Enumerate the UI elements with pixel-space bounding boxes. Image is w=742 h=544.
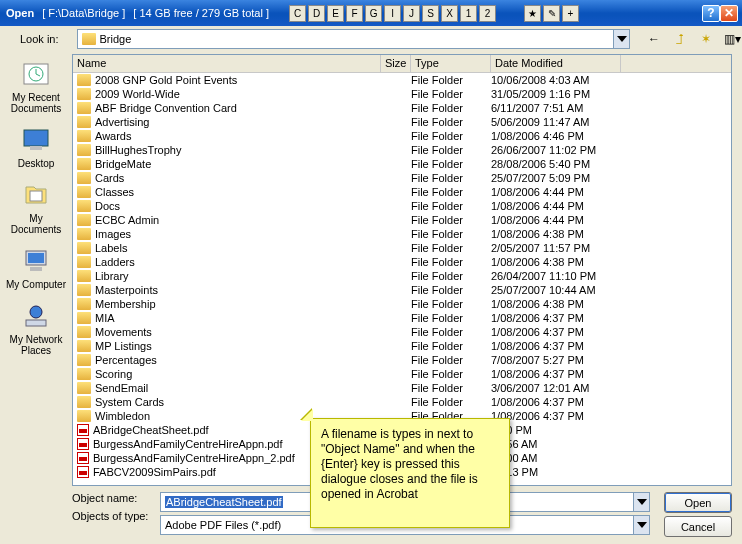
table-row[interactable]: LaddersFile Folder1/08/2006 4:38 PM — [73, 255, 731, 269]
new-folder-icon[interactable]: ✶ — [696, 29, 716, 49]
table-row[interactable]: BridgeMateFile Folder28/08/2006 5:40 PM — [73, 157, 731, 171]
table-row[interactable]: AdvertisingFile Folder5/06/2009 11:47 AM — [73, 115, 731, 129]
file-date: 8:30 PM — [491, 424, 621, 436]
table-row[interactable]: MP ListingsFile Folder1/08/2006 4:37 PM — [73, 339, 731, 353]
list-header: Name Size Type Date Modified — [73, 55, 731, 73]
back-button[interactable]: ← — [644, 29, 664, 49]
table-row[interactable]: ClassesFile Folder1/08/2006 4:44 PM — [73, 185, 731, 199]
table-row[interactable]: MIAFile Folder1/08/2006 4:37 PM — [73, 311, 731, 325]
file-type: File Folder — [411, 158, 491, 170]
col-date[interactable]: Date Modified — [491, 55, 621, 72]
table-row[interactable]: SendEmailFile Folder3/06/2007 12:01 AM — [73, 381, 731, 395]
chevron-down-icon[interactable] — [613, 30, 629, 48]
folder-icon — [77, 74, 91, 86]
help-button[interactable]: ? — [702, 5, 720, 22]
table-row[interactable]: LibraryFile Folder26/04/2007 11:10 PM — [73, 269, 731, 283]
window-controls: ? ✕ — [702, 5, 738, 22]
file-name: Labels — [95, 242, 127, 254]
drive-button-x[interactable]: X — [441, 5, 458, 22]
table-row[interactable]: PercentagesFile Folder7/08/2007 5:27 PM — [73, 353, 731, 367]
table-row[interactable]: DocsFile Folder1/08/2006 4:44 PM — [73, 199, 731, 213]
table-row[interactable]: ScoringFile Folder1/08/2006 4:37 PM — [73, 367, 731, 381]
table-row[interactable]: MasterpointsFile Folder25/07/2007 10:44 … — [73, 283, 731, 297]
objects-type-label: Objects of type: — [72, 510, 152, 522]
place-desktop[interactable]: Desktop — [6, 124, 66, 169]
folder-icon — [77, 270, 91, 282]
file-type: File Folder — [411, 284, 491, 296]
drive-button-c[interactable]: C — [289, 5, 306, 22]
file-name: ECBC Admin — [95, 214, 159, 226]
place-recent[interactable]: My Recent Documents — [6, 58, 66, 114]
file-type: File Folder — [411, 228, 491, 240]
lookin-dropdown[interactable]: Bridge — [77, 29, 630, 49]
svg-rect-6 — [28, 253, 44, 263]
table-row[interactable]: LabelsFile Folder2/05/2007 11:57 PM — [73, 241, 731, 255]
drive-button-1[interactable]: 1 — [460, 5, 477, 22]
file-name: ABF Bridge Convention Card — [95, 102, 237, 114]
table-row[interactable]: System CardsFile Folder1/08/2006 4:37 PM — [73, 395, 731, 409]
folder-icon — [77, 102, 91, 114]
file-name: FABCV2009SimPairs.pdf — [93, 466, 216, 478]
col-size[interactable]: Size — [381, 55, 411, 72]
title-path: [ F:\Data\Bridge ] — [42, 7, 125, 19]
toolbar-extra-button-2[interactable]: + — [562, 5, 579, 22]
desktop-icon — [20, 124, 52, 156]
file-name: Wimbledon — [95, 410, 150, 422]
pdf-icon — [77, 452, 89, 464]
drive-button-f[interactable]: F — [346, 5, 363, 22]
chevron-down-icon[interactable] — [633, 493, 649, 511]
table-row[interactable]: ECBC AdminFile Folder1/08/2006 4:44 PM — [73, 213, 731, 227]
open-button[interactable]: Open — [664, 492, 732, 513]
views-icon[interactable]: ▥▾ — [722, 29, 742, 49]
file-type: File Folder — [411, 298, 491, 310]
close-button[interactable]: ✕ — [720, 5, 738, 22]
col-name[interactable]: Name — [73, 55, 381, 72]
file-date: 1/08/2006 4:38 PM — [491, 228, 621, 240]
toolbar-extra-button-1[interactable]: ✎ — [543, 5, 560, 22]
drive-button-2[interactable]: 2 — [479, 5, 496, 22]
up-one-level-icon[interactable]: ⮥ — [670, 29, 690, 49]
object-name-value[interactable]: ABridgeCheatSheet.pdf — [165, 496, 283, 508]
place-mydocs[interactable]: My Documents — [6, 179, 66, 235]
folder-icon — [77, 326, 91, 338]
cancel-button[interactable]: Cancel — [664, 516, 732, 537]
table-row[interactable]: MovementsFile Folder1/08/2006 4:37 PM — [73, 325, 731, 339]
file-date: 1/08/2006 4:37 PM — [491, 340, 621, 352]
file-name: Docs — [95, 200, 120, 212]
drive-button-s[interactable]: S — [422, 5, 439, 22]
drive-button-i[interactable]: I — [384, 5, 401, 22]
callout-note: A filename is types in next to "Object N… — [310, 418, 510, 528]
file-name: 2008 GNP Gold Point Events — [95, 74, 237, 86]
toolbar-extra-button-0[interactable]: ★ — [524, 5, 541, 22]
drive-button-e[interactable]: E — [327, 5, 344, 22]
table-row[interactable]: MembershipFile Folder1/08/2006 4:38 PM — [73, 297, 731, 311]
svg-rect-2 — [24, 130, 48, 146]
recent-icon — [20, 58, 52, 90]
file-date: 28/08/2006 5:40 PM — [491, 158, 621, 170]
table-row[interactable]: AwardsFile Folder1/08/2006 4:46 PM — [73, 129, 731, 143]
col-type[interactable]: Type — [411, 55, 491, 72]
file-name: Images — [95, 228, 131, 240]
file-date: 26/04/2007 11:10 PM — [491, 270, 621, 282]
folder-icon — [77, 354, 91, 366]
drive-button-g[interactable]: G — [365, 5, 382, 22]
file-date: 1/08/2006 4:37 PM — [491, 410, 621, 422]
file-type: File Folder — [411, 382, 491, 394]
table-row[interactable]: CardsFile Folder25/07/2007 5:09 PM — [73, 171, 731, 185]
place-network[interactable]: My Network Places — [6, 300, 66, 356]
titlebar: Open [ F:\Data\Bridge ] [ 14 GB free / 2… — [0, 0, 742, 26]
folder-icon — [77, 200, 91, 212]
drive-button-j[interactable]: J — [403, 5, 420, 22]
table-row[interactable]: ABF Bridge Convention CardFile Folder6/1… — [73, 101, 731, 115]
folder-icon — [77, 228, 91, 240]
chevron-down-icon[interactable] — [633, 516, 649, 534]
table-row[interactable]: ImagesFile Folder1/08/2006 4:38 PM — [73, 227, 731, 241]
drive-button-d[interactable]: D — [308, 5, 325, 22]
table-row[interactable]: BillHughesTrophyFile Folder26/06/2007 11… — [73, 143, 731, 157]
folder-icon — [77, 312, 91, 324]
table-row[interactable]: 2008 GNP Gold Point EventsFile Folder10/… — [73, 73, 731, 87]
place-mycomputer[interactable]: My Computer — [6, 245, 66, 290]
file-date: 1/08/2006 4:44 PM — [491, 186, 621, 198]
file-date: 1/08/2006 4:37 PM — [491, 396, 621, 408]
table-row[interactable]: 2009 World-WideFile Folder31/05/2009 1:1… — [73, 87, 731, 101]
